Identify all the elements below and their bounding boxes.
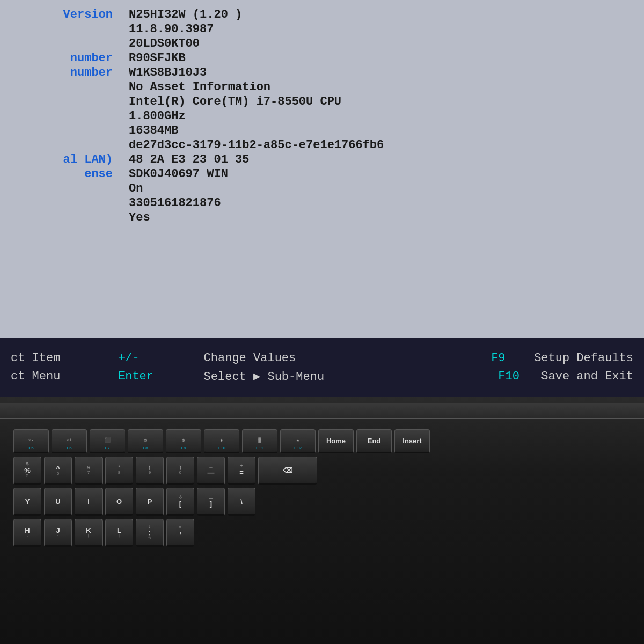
bios-screen: Version N25HI32W (1.20 ) 11.8.90.3987 20… [0, 0, 644, 338]
key-home[interactable]: Home [318, 429, 354, 453]
bios-statusbar: ct Item +/- Change Values F9 Setup Defau… [0, 338, 644, 397]
bios-value-uuid: de27d3cc-3179-11b2-a85c-e7e1e1766fb6 [129, 138, 384, 152]
key-rbracket[interactable]: ㅗ ] [197, 488, 225, 516]
bios-value-asset: No Asset Information [129, 80, 270, 94]
fn-key-row: ☀- F5 ☀+ F6 ⬛ F7 ⚙ F8 ⚙ F9 ✱ F10 [13, 429, 631, 453]
key-k[interactable]: K ㅏ [75, 519, 103, 547]
status-key-enter: Enter [118, 370, 182, 383]
key-7[interactable]: & 7 [75, 457, 103, 485]
bios-value-ram: 16384MB [129, 124, 178, 137]
yuiop-key-row: Y U I O P ㅎ [ ㅗ ] \ [13, 488, 631, 516]
key-j[interactable]: J ㅓ [44, 519, 72, 547]
key-f5[interactable]: ☀- F5 [13, 429, 49, 453]
status-row-1: ct Item +/- Change Values F9 Setup Defau… [11, 352, 633, 365]
key-i[interactable]: I [75, 488, 103, 516]
bios-row-lan: al LAN) 48 2A E3 23 01 35 [11, 153, 633, 166]
bios-value-ver2: 11.8.90.3987 [129, 23, 214, 36]
key-6[interactable]: ^ 6 [44, 457, 72, 485]
key-f7[interactable]: ⬛ F7 [90, 429, 125, 453]
bios-row-yes: Yes [11, 211, 633, 224]
key-y[interactable]: Y [13, 488, 41, 516]
bios-label-license: ense [11, 167, 129, 181]
key-u[interactable]: U [44, 488, 72, 516]
key-l[interactable]: L ㅣ [105, 519, 133, 547]
key-f12[interactable]: ★ F12 [280, 429, 316, 453]
bios-row-model: 20LDS0KT00 [11, 37, 633, 50]
key-5[interactable]: $ % 5 [13, 457, 41, 485]
bios-row-cpu: Intel(R) Core(TM) i7-8550U CPU [11, 95, 633, 108]
status-row-2: ct Menu Enter Select ▶ Sub-Menu F10 Save… [11, 369, 633, 384]
bios-label-version: Version [11, 8, 129, 21]
status-label-1: ct Item [11, 352, 118, 365]
status-fn-f10: F10 [498, 370, 541, 383]
number-key-row: $ % 5 ^ 6 & 7 * 8 ( 9 [13, 457, 631, 485]
bios-row-version: Version N25HI32W (1.20 ) [11, 8, 633, 21]
bios-row-ram: 16384MB [11, 124, 633, 137]
bios-value-cpu: Intel(R) Core(TM) i7-8550U CPU [129, 95, 341, 108]
key-0[interactable]: ) 0 [166, 457, 194, 485]
bios-value-version: N25HI32W (1.20 ) [129, 8, 242, 21]
key-o[interactable]: O [105, 488, 133, 516]
key-f8[interactable]: ⚙ F8 [128, 429, 163, 453]
status-action-select: Select ▶ Sub-Menu [182, 369, 498, 384]
keyboard-area: ☀- F5 ☀+ F6 ⬛ F7 ⚙ F8 ⚙ F9 ✱ F10 [0, 397, 644, 644]
bios-value-num1: R90SFJKB [129, 52, 186, 65]
bios-label-num2: number [11, 66, 129, 79]
status-desc-save: Save and Exit [541, 370, 633, 383]
bios-value-license: SDK0J40697 WIN [129, 167, 228, 181]
bios-row-serial: 3305161821876 [11, 196, 633, 210]
bios-row-ghz: 1.800GHz [11, 109, 633, 123]
key-f10[interactable]: ✱ F10 [204, 429, 239, 453]
bios-row-asset: No Asset Information [11, 80, 633, 94]
bios-value-serial: 3305161821876 [129, 196, 221, 210]
bios-label-num1: number [11, 52, 129, 65]
key-lbracket[interactable]: ㅎ [ [166, 488, 194, 516]
key-semicolon[interactable]: : ; ㅎ [136, 519, 164, 547]
bios-value-ghz: 1.800GHz [129, 109, 186, 123]
bios-value-yes: Yes [129, 211, 150, 224]
bios-row-on: On [11, 182, 633, 195]
bios-row-num1: number R90SFJKB [11, 52, 633, 65]
key-minus[interactable]: _ — [197, 457, 225, 485]
bios-label-lan: al LAN) [11, 153, 129, 166]
key-backslash[interactable]: \ [228, 488, 255, 516]
bios-value-model: 20LDS0KT00 [129, 37, 200, 50]
key-equals[interactable]: + = [228, 457, 255, 485]
key-9[interactable]: ( 9 [136, 457, 164, 485]
key-h[interactable]: H ㅗ [13, 519, 41, 547]
keyboard: ☀- F5 ☀+ F6 ⬛ F7 ⚙ F8 ⚙ F9 ✱ F10 [13, 429, 631, 547]
bios-value-lan: 48 2A E3 23 01 35 [129, 153, 249, 166]
key-f11[interactable]: ▓ F11 [242, 429, 277, 453]
key-backspace[interactable]: ⌫ [258, 457, 317, 485]
bios-value-num2: W1KS8BJ10J3 [129, 66, 207, 79]
key-end[interactable]: End [356, 429, 392, 453]
bios-value-on: On [129, 182, 143, 195]
key-p[interactable]: P [136, 488, 164, 516]
bios-row-num2: number W1KS8BJ10J3 [11, 66, 633, 79]
keyboard-bezel [0, 402, 644, 419]
status-desc-defaults: Setup Defaults [534, 352, 633, 365]
key-quote[interactable]: " ' [166, 519, 194, 547]
status-action-change: Change Values [182, 352, 491, 365]
key-f6[interactable]: ☀+ F6 [52, 429, 87, 453]
status-key-plusminus: +/- [118, 352, 182, 365]
key-insert[interactable]: Insert [394, 429, 430, 453]
hjkl-key-row: H ㅗ J ㅓ K ㅏ L ㅣ : ; ㅎ " ' [13, 519, 631, 547]
bios-row-uuid: de27d3cc-3179-11b2-a85c-e7e1e1766fb6 [11, 138, 633, 152]
bios-row-license: ense SDK0J40697 WIN [11, 167, 633, 181]
key-8[interactable]: * 8 [105, 457, 133, 485]
key-f9[interactable]: ⚙ F9 [166, 429, 201, 453]
bios-row-ver2: 11.8.90.3987 [11, 23, 633, 36]
status-label-2: ct Menu [11, 370, 118, 383]
bios-content: Version N25HI32W (1.20 ) 11.8.90.3987 20… [0, 5, 644, 227]
status-fn-f9: F9 [491, 352, 534, 365]
